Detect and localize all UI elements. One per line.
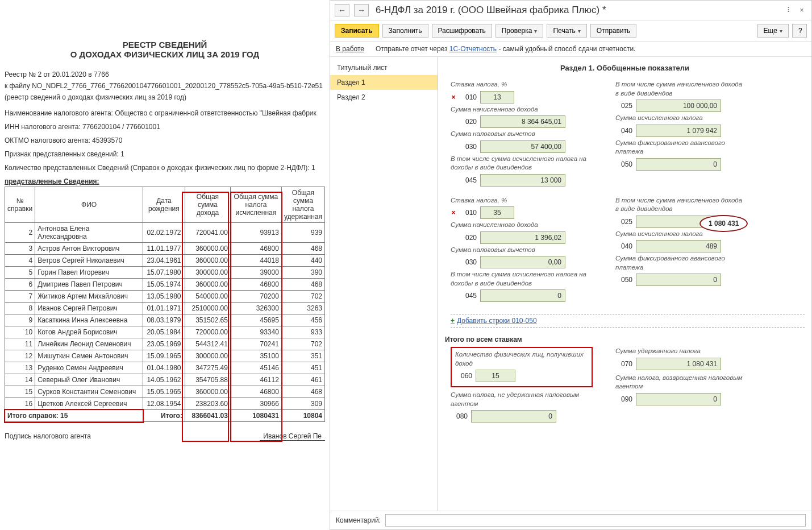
table-row: 9Касаткина Инна Алексеевна08.03.19793515… (5, 314, 325, 326)
close-icon[interactable]: × (797, 6, 807, 14)
lbl-div-1: В том числе сумма начисленного дохода в … (615, 80, 746, 98)
add-rows-link[interactable]: +Добавить строки 010-050 (451, 314, 805, 328)
lbl-fix-2: Сумма фиксированного авансового платежа (615, 254, 746, 272)
th-hold: Общая сумма налога удержанная (281, 187, 324, 223)
fld-060[interactable]: 15 (476, 370, 515, 382)
lbl-income-2: Сумма начисленного дохода (451, 221, 593, 230)
totals-header: Итого по всем ставкам (445, 336, 805, 343)
table-row: 11Линейкин Леонид Семенович23.05.1969544… (5, 338, 325, 350)
lbl-divtax-2: В том числе сумма исчисленного налога на… (451, 270, 593, 288)
registry-document: РЕЕСТР СВЕДЕНИЙ О ДОХОДАХ ФИЗИЧЕСКИХ ЛИЦ… (0, 0, 330, 530)
comment-label: Комментарий: (336, 516, 381, 524)
fld-020-1[interactable]: 8 364 645,01 (480, 115, 565, 128)
lbl-hold: Сумма удержанного налога (615, 347, 746, 356)
comment-input[interactable] (385, 514, 806, 527)
lbl-rate-1: Ставка налога, % (451, 80, 593, 89)
help-button[interactable]: ? (792, 24, 807, 38)
more-button[interactable]: Еще (757, 24, 789, 38)
annotation-oval-right: 1 080 431 (699, 215, 748, 232)
lbl-ret: Сумма налога, возвращенная налоговым аге… (615, 374, 746, 391)
fld-010-2[interactable]: 35 (480, 206, 514, 219)
section-nav: Титульный лист Раздел 1 Раздел 2 (330, 57, 438, 511)
reg-line1: Реестр № 2 от 20.01.2020 в 7766 (5, 69, 325, 80)
table-row: 8Иванов Сергей Петрович01.01.19712510000… (5, 303, 325, 314)
fld-080[interactable]: 0 (471, 410, 556, 423)
fld-050-1[interactable]: 0 (636, 158, 721, 171)
reg-line6: ОКТМО налогового агента: 45393570 (5, 135, 325, 146)
table-row: 12Мишуткин Семен Антонович15.09.19653000… (5, 350, 325, 362)
fld-040-1[interactable]: 1 079 942 (636, 125, 721, 137)
check-button[interactable]: Проверка (495, 24, 544, 38)
table-row: 13Руденко Семен Андреевич01.04.198034727… (5, 362, 325, 374)
lbl-rate-2: Ставка налога, % (451, 196, 593, 205)
decode-button[interactable]: Расшифровать (432, 24, 492, 38)
total-tax: 1080431 (230, 410, 281, 422)
fld-050-2[interactable]: 0 (636, 274, 721, 286)
lbl-ded-1: Сумма налоговых вычетов (451, 130, 593, 139)
pin-icon[interactable]: ⠇ (784, 6, 794, 14)
th-fio: ФИО (35, 187, 143, 223)
fld-045-1[interactable]: 13 000 (480, 174, 565, 187)
table-row: 4Ветров Сергей Николаевич23.04.196136000… (5, 255, 325, 267)
lbl-div-2: В том числе сумма начисленного дохода в … (615, 196, 746, 214)
th-tax: Общая сумма налога исчисленная (230, 187, 281, 223)
reg-line4: Наименование налогового агента: Общество… (5, 108, 325, 118)
total-hold: 10804 (281, 410, 324, 422)
form-area[interactable]: Раздел 1. Обобщенные показатели 8 366 04… (438, 57, 811, 511)
table-row: 15Сурков Константин Семенович15.05.19653… (5, 386, 325, 398)
nav-item-section1[interactable]: Раздел 1 (330, 75, 438, 90)
remove-block-2[interactable]: × (451, 209, 456, 217)
fld-030-2[interactable]: 0,00 (480, 256, 565, 268)
nav-item-title[interactable]: Титульный лист (330, 60, 438, 75)
lbl-income-1: Сумма начисленного дохода (451, 105, 593, 114)
fld-025-1[interactable]: 100 000,00 (636, 100, 721, 112)
remove-block-1[interactable]: × (451, 93, 456, 101)
reg-line2: к файлу NO_NDFL2_7766_7766_7766200104776… (5, 81, 325, 91)
highlight-060: Количество физических лиц, получивших до… (451, 347, 593, 387)
th-dob: Дата рождения (143, 187, 185, 223)
section-title: Раздел 1. Обобщенные показатели (445, 64, 805, 72)
total-word: Итого: (143, 410, 185, 422)
lbl-nothold: Сумма налога, не удержанная налоговым аг… (451, 391, 593, 408)
fld-040-2[interactable]: 489 (636, 240, 721, 252)
send-button[interactable]: Отправить (590, 24, 637, 38)
fld-030-1[interactable]: 57 400,00 (480, 140, 565, 153)
table-row: 3Астров Антон Викторович11.01.1977360000… (5, 243, 325, 255)
table-row: 6Дмитриев Павел Петрович15.05.1974360000… (5, 279, 325, 291)
lbl-taxcalc-1: Сумма исчисленного налога (615, 114, 746, 123)
lbl-divtax-1: В том числе сумма исчисленного налога на… (451, 155, 593, 172)
fld-020-2[interactable]: 1 396,02 (480, 231, 565, 244)
total-label: Итого справок: 15 (5, 410, 143, 422)
table-row: 16Цветков Алексей Сергеевич12.08.1954238… (5, 398, 325, 410)
fill-button[interactable]: Заполнить (382, 24, 428, 38)
back-button[interactable]: ← (335, 4, 349, 16)
fld-010-1[interactable]: 13 (480, 91, 514, 103)
fld-070[interactable]: 1 080 431 (636, 358, 721, 370)
registry-title-1: РЕЕСТР СВЕДЕНИЙ (5, 40, 325, 49)
lbl-count: Количество физических лиц, получивших до… (455, 350, 588, 368)
fld-045-2[interactable]: 0 (480, 289, 565, 302)
reg-line8: Количество представленных Сведений (Спра… (5, 163, 325, 173)
sig-name: Иванов Сергей Пе (260, 432, 325, 441)
registry-title-2: О ДОХОДАХ ФИЗИЧЕСКИХ ЛИЦ ЗА 2019 ГОД (5, 49, 325, 59)
forward-button[interactable]: → (354, 4, 369, 16)
table-row: 14Северный Олег Иванович14.05.1962354705… (5, 374, 325, 386)
lbl-fix-1: Сумма фиксированного авансового платежа (615, 139, 746, 156)
nav-item-section2[interactable]: Раздел 2 (330, 90, 438, 105)
reg-line3: (реестр сведений о доходах физических ли… (5, 92, 325, 102)
registry-table: № справки ФИО Дата рождения Общая сумма … (5, 187, 325, 422)
reg-line7: Признак представленных сведений: 1 (5, 149, 325, 159)
reporting-link[interactable]: 1С-Отчетность (449, 45, 497, 53)
form-window: ← → 6-НДФЛ за 2019 г. (ООО Швейная фабри… (330, 0, 812, 530)
table-row: 10Котов Андрей Борисович20.05.1984720000… (5, 326, 325, 338)
fld-090[interactable]: 0 (636, 393, 721, 405)
table-row: 2Антонова Елена Александровна02.02.19727… (5, 223, 325, 243)
print-button[interactable]: Печать (547, 24, 586, 38)
th-income: Общая сумма дохода (185, 187, 230, 223)
lbl-ded-2: Сумма налоговых вычетов (451, 246, 593, 255)
sig-label: Подпись налогового агента (5, 432, 91, 441)
window-title: 6-НДФЛ за 2019 г. (ООО Швейная фабрика П… (376, 5, 606, 16)
save-button[interactable]: Записать (335, 24, 379, 38)
reg-section: представленные Сведения: (5, 177, 325, 185)
status-link[interactable]: В работе (336, 45, 364, 53)
